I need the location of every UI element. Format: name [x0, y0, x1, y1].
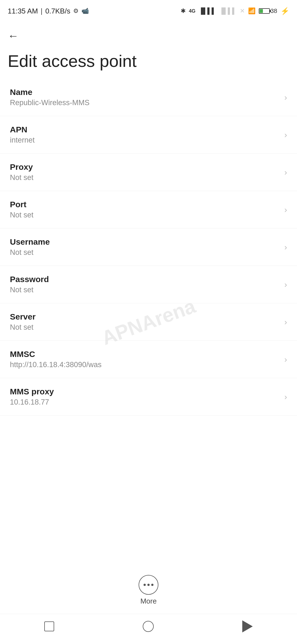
- time: 11:35 AM: [8, 7, 38, 15]
- settings-item-content-6: ServerNot set: [10, 312, 280, 332]
- settings-item-label-1: APN: [10, 125, 280, 134]
- settings-item-label-6: Server: [10, 312, 280, 321]
- settings-item-content-8: MMS proxy10.16.18.77: [10, 387, 280, 406]
- settings-item-label-8: MMS proxy: [10, 387, 280, 396]
- no-signal-icon: ✕: [240, 7, 245, 15]
- nav-home-button[interactable]: [139, 617, 158, 636]
- battery-indicator: 38: [259, 7, 277, 15]
- chevron-icon-2: ›: [284, 168, 287, 177]
- settings-item-3[interactable]: PortNot set›: [0, 191, 297, 228]
- page-title: Edit access point: [0, 46, 297, 79]
- settings-item-1[interactable]: APNinternet›: [0, 116, 297, 154]
- settings-list: NameRepublic-Wireless-MMS›APNinternet›Pr…: [0, 79, 297, 564]
- settings-item-content-7: MMSChttp://10.16.18.4:38090/was: [10, 350, 280, 369]
- chevron-icon-4: ›: [284, 242, 287, 252]
- settings-icon: ⚙: [73, 7, 79, 15]
- settings-item-value-5: Not set: [10, 286, 280, 294]
- more-dot-1: [144, 584, 146, 586]
- settings-item-value-6: Not set: [10, 323, 280, 332]
- status-left: 11:35 AM | 0.7KB/s ⚙ 📹: [8, 7, 89, 15]
- back-arrow-icon: ←: [8, 30, 19, 41]
- separator: |: [41, 7, 43, 15]
- settings-item-label-7: MMSC: [10, 350, 280, 359]
- nav-recents-button[interactable]: [40, 618, 58, 635]
- settings-item-content-3: PortNot set: [10, 200, 280, 219]
- signal-bars-icon: ▐▌▌▌: [199, 7, 216, 15]
- settings-item-8[interactable]: MMS proxy10.16.18.77›: [0, 378, 297, 416]
- more-dots-circle: [139, 575, 158, 595]
- back-button[interactable]: ←: [6, 28, 21, 43]
- nav-bar: [0, 614, 297, 644]
- settings-item-5[interactable]: PasswordNot set›: [0, 266, 297, 303]
- battery-percent: 38: [271, 7, 277, 15]
- charging-icon: ⚡: [280, 7, 289, 15]
- settings-item-7[interactable]: MMSChttp://10.16.18.4:38090/was›: [0, 341, 297, 378]
- settings-item-0[interactable]: NameRepublic-Wireless-MMS›: [0, 79, 297, 116]
- settings-item-2[interactable]: ProxyNot set›: [0, 154, 297, 191]
- bluetooth-icon: ✱: [181, 7, 186, 15]
- settings-item-content-5: PasswordNot set: [10, 275, 280, 294]
- recents-icon: [44, 621, 54, 631]
- settings-item-value-3: Not set: [10, 211, 280, 219]
- settings-item-value-7: http://10.16.18.4:38090/was: [10, 361, 280, 369]
- settings-item-value-0: Republic-Wireless-MMS: [10, 99, 280, 107]
- settings-item-value-4: Not set: [10, 248, 280, 257]
- settings-item-label-0: Name: [10, 88, 280, 97]
- video-icon: 📹: [81, 7, 89, 15]
- chevron-icon-5: ›: [284, 280, 287, 289]
- chevron-icon-6: ›: [284, 317, 287, 327]
- settings-item-content-1: APNinternet: [10, 125, 280, 144]
- battery-fill: [260, 9, 263, 13]
- more-button[interactable]: More: [133, 572, 164, 608]
- network-speed: 0.7KB/s: [45, 7, 70, 15]
- settings-item-label-3: Port: [10, 200, 280, 209]
- settings-item-value-8: 10.16.18.77: [10, 398, 280, 406]
- chevron-icon-8: ›: [284, 392, 287, 402]
- more-dot-3: [151, 584, 153, 586]
- settings-item-value-1: internet: [10, 136, 280, 144]
- status-bar: 11:35 AM | 0.7KB/s ⚙ 📹 ✱ 4G ▐▌▌▌ ▐▌▌▌ ✕ …: [0, 0, 297, 20]
- settings-item-6[interactable]: ServerNot set›: [0, 303, 297, 341]
- back-nav-icon: [242, 620, 253, 632]
- signal-4g-icon: 4G: [189, 8, 196, 14]
- settings-item-label-5: Password: [10, 275, 280, 284]
- chevron-icon-1: ›: [284, 130, 287, 140]
- wifi-icon: 📶: [248, 7, 255, 15]
- settings-item-label-2: Proxy: [10, 162, 280, 172]
- settings-item-content-0: NameRepublic-Wireless-MMS: [10, 88, 280, 107]
- more-section: More: [0, 564, 297, 614]
- chevron-icon-7: ›: [284, 355, 287, 364]
- settings-item-4[interactable]: UsernameNot set›: [0, 228, 297, 266]
- back-area: ←: [0, 20, 297, 46]
- chevron-icon-3: ›: [284, 205, 287, 214]
- settings-item-content-4: UsernameNot set: [10, 237, 280, 257]
- status-right: ✱ 4G ▐▌▌▌ ▐▌▌▌ ✕ 📶 38 ⚡: [181, 7, 289, 15]
- battery-icon: [259, 8, 270, 14]
- settings-item-label-4: Username: [10, 237, 280, 247]
- more-dot-2: [147, 584, 150, 586]
- chevron-icon-0: ›: [284, 93, 287, 102]
- settings-item-value-2: Not set: [10, 173, 280, 182]
- more-label: More: [140, 597, 156, 605]
- signal-bars2-icon: ▐▌▌▌: [219, 7, 236, 15]
- home-icon: [143, 621, 154, 632]
- settings-item-content-2: ProxyNot set: [10, 162, 280, 182]
- nav-back-button[interactable]: [238, 616, 257, 636]
